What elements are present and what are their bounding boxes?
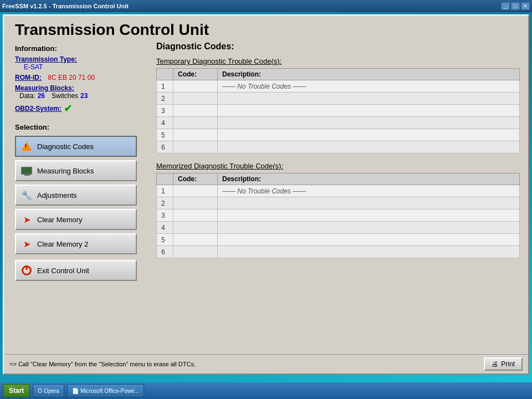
measuring-blocks-label: Measuring Blocks: (15, 84, 74, 92)
info-section-title: Information: (15, 44, 148, 53)
clear-memory-2-label: Clear Memory 2 (37, 240, 88, 248)
start-button[interactable]: Start (3, 384, 30, 397)
print-button[interactable]: 🖨 Print (484, 357, 523, 371)
row-description (218, 105, 520, 117)
printer-icon: 🖨 (492, 360, 498, 368)
row-code (173, 197, 218, 209)
mem-col-num (157, 173, 173, 185)
monitor-icon (21, 165, 33, 177)
temp-col-code: Code: (173, 69, 218, 80)
table-row: 4 (157, 117, 520, 129)
rom-id-label: ROM-ID: (15, 74, 42, 81)
table-row: 3 (157, 209, 520, 222)
table-row: 6 (157, 141, 520, 154)
warning-icon (21, 140, 33, 152)
obd2-row: OBD2-System: ✔ (15, 103, 148, 115)
exit-label: Exit Control Unit (37, 267, 89, 275)
data-value: 26 (38, 92, 45, 100)
row-code (173, 185, 218, 197)
row-code (173, 222, 218, 234)
row-number: 6 (157, 246, 173, 258)
right-panel: Diagnostic Codes: Temporary Diagnostic T… (154, 42, 523, 284)
memorized-codes-section: Memorized Diagnostic Trouble Code(s): Co… (156, 162, 520, 258)
mem-col-description: Description: (218, 173, 520, 185)
page-title: Transmission Control Unit (4, 16, 528, 42)
row-number: 5 (157, 234, 173, 246)
obd2-status-icon: ✔ (64, 103, 72, 115)
clear-memory-2-button[interactable]: ➤ Clear Memory 2 (15, 233, 137, 254)
row-code (173, 234, 218, 246)
status-message: => Call "Clear Memory" from the "Selecti… (9, 361, 478, 367)
close-button[interactable]: ✕ (521, 2, 530, 10)
window-title: FreeSSM v1.2.5 - Transmission Control Un… (2, 3, 129, 9)
status-bar: => Call "Clear Memory" from the "Selecti… (4, 354, 528, 374)
titlebar: FreeSSM v1.2.5 - Transmission Control Un… (0, 0, 532, 12)
main-window: Transmission Control Unit Information: T… (3, 14, 529, 375)
row-number: 2 (157, 197, 173, 209)
temporary-codes-section: Temporary Diagnostic Trouble Code(s): Co… (156, 57, 520, 154)
row-description (218, 129, 520, 141)
table-row: 2 (157, 197, 520, 209)
table-row: 1 —— No Trouble Codes —— (157, 80, 520, 93)
rom-id-row: ROM-ID: 8C EB 20 71 00 (15, 74, 148, 81)
row-code (173, 129, 218, 141)
row-description (218, 141, 520, 154)
exit-control-unit-button[interactable]: Exit Control Unit (15, 260, 137, 281)
row-number: 6 (157, 141, 173, 154)
row-code (173, 80, 218, 93)
table-row: 3 (157, 105, 520, 117)
row-description (218, 246, 520, 258)
row-number: 4 (157, 222, 173, 234)
mem-col-code: Code: (173, 173, 218, 185)
diagnostic-codes-title: Diagnostic Codes: (156, 42, 520, 52)
maximize-button[interactable]: □ (511, 2, 520, 10)
temp-col-description: Description: (218, 69, 520, 80)
table-row: 6 (157, 246, 520, 258)
taskbar-bottom: Start O Opera 📄 Microsoft Office-Powe... (0, 382, 532, 399)
row-description (218, 234, 520, 246)
diagnostic-codes-button[interactable]: Diagnostic Codes (15, 136, 137, 157)
table-row: 4 (157, 222, 520, 234)
row-number: 5 (157, 129, 173, 141)
table-row: 1 —— No Trouble Codes —— (157, 185, 520, 197)
office-icon: 📄 (72, 388, 79, 394)
transmission-type-value: E-SAT (24, 63, 43, 71)
row-description (218, 117, 520, 129)
adjustments-label: Adjustments (37, 191, 77, 200)
temporary-codes-title: Temporary Diagnostic Trouble Code(s): (156, 57, 520, 65)
diagnostic-codes-label: Diagnostic Codes (37, 142, 94, 151)
info-section: Information: Transmission Type: E-SAT RO… (15, 44, 148, 115)
row-code (173, 117, 218, 129)
measuring-blocks-label: Measuring Blocks (37, 167, 94, 175)
transmission-type-label: Transmission Type: (15, 55, 77, 63)
taskbar-item-office[interactable]: 📄 Microsoft Office-Powe... (67, 384, 144, 397)
row-number: 4 (157, 117, 173, 129)
row-code (173, 93, 218, 105)
switches-value: 23 (80, 92, 88, 100)
row-number: 3 (157, 105, 173, 117)
content-area: Information: Transmission Type: E-SAT RO… (4, 42, 528, 289)
clear-memory-2-icon: ➤ (21, 238, 33, 250)
table-row: 5 (157, 234, 520, 246)
power-icon (21, 264, 33, 277)
clear-memory-label: Clear Memory (37, 216, 83, 224)
transmission-type-row: Transmission Type: E-SAT (15, 55, 148, 71)
measuring-blocks-button[interactable]: Measuring Blocks (15, 160, 137, 181)
row-code (173, 105, 218, 117)
row-description: —— No Trouble Codes —— (218, 80, 520, 93)
row-number: 2 (157, 93, 173, 105)
taskbar-item-opera[interactable]: O Opera (33, 384, 64, 397)
adjustments-button[interactable]: 🔧 Adjustments (15, 185, 137, 206)
window-controls: _ □ ✕ (501, 2, 530, 10)
row-code (173, 141, 218, 154)
switches-label: Switches (52, 92, 78, 100)
table-row: 5 (157, 129, 520, 141)
row-description: —— No Trouble Codes —— (218, 185, 520, 197)
row-number: 3 (157, 209, 173, 222)
clear-memory-button[interactable]: ➤ Clear Memory (15, 209, 137, 230)
opera-icon: O (38, 388, 42, 394)
obd2-label: OBD2-System: (15, 105, 62, 112)
minimize-button[interactable]: _ (501, 2, 510, 10)
selection-title: Selection: (15, 123, 148, 131)
temp-col-num (157, 69, 173, 80)
